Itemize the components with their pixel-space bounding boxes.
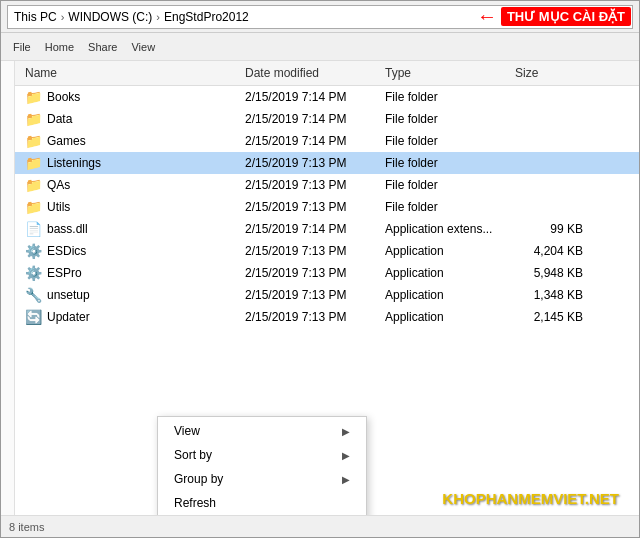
- toolbar: File Home Share View: [1, 33, 639, 61]
- file-name: 📁 Data: [21, 110, 241, 128]
- submenu-arrow-icon: ▶: [342, 474, 350, 485]
- file-size: [511, 140, 591, 142]
- file-name-text: ESDics: [47, 244, 86, 258]
- table-row[interactable]: 📁 QAs 2/15/2019 7:13 PM File folder: [15, 174, 639, 196]
- file-name: 📁 Listenings: [21, 154, 241, 172]
- file-name-text: bass.dll: [47, 222, 88, 236]
- file-size: [511, 162, 591, 164]
- toolbar-home-btn[interactable]: Home: [39, 39, 80, 55]
- ctx-item-label: Group by: [174, 472, 223, 486]
- file-name: 📁 QAs: [21, 176, 241, 194]
- address-bar: This PC › WINDOWS (C:) › EngStdPro2012 ←…: [1, 1, 639, 33]
- file-date: 2/15/2019 7:14 PM: [241, 89, 381, 105]
- toolbar-view-btn[interactable]: View: [125, 39, 161, 55]
- file-name: ⚙️ ESPro: [21, 264, 241, 282]
- file-date: 2/15/2019 7:14 PM: [241, 111, 381, 127]
- file-name: 🔧 unsetup: [21, 286, 241, 304]
- file-type: Application: [381, 287, 511, 303]
- folder-icon: 📁: [25, 133, 41, 149]
- file-date: 2/15/2019 7:13 PM: [241, 199, 381, 215]
- submenu-arrow-icon: ▶: [342, 450, 350, 461]
- file-type: Application extens...: [381, 221, 511, 237]
- explorer-window: This PC › WINDOWS (C:) › EngStdPro2012 ←…: [0, 0, 640, 538]
- table-row[interactable]: 🔄 Updater 2/15/2019 7:13 PM Application …: [15, 306, 639, 328]
- file-date: 2/15/2019 7:13 PM: [241, 177, 381, 193]
- folder-icon: 📁: [25, 111, 41, 127]
- file-date: 2/15/2019 7:14 PM: [241, 133, 381, 149]
- file-size: 4,204 KB: [511, 243, 591, 259]
- file-name: 📁 Utils: [21, 198, 241, 216]
- context-menu-item-group-by[interactable]: Group by ▶: [158, 467, 366, 491]
- table-row[interactable]: 📁 Data 2/15/2019 7:14 PM File folder: [15, 108, 639, 130]
- breadcrumb-sep-1: ›: [61, 11, 65, 23]
- file-date: 2/15/2019 7:13 PM: [241, 155, 381, 171]
- context-menu-item-refresh[interactable]: Refresh: [158, 491, 366, 515]
- col-header-type[interactable]: Type: [381, 64, 511, 82]
- file-name-text: Listenings: [47, 156, 101, 170]
- table-row[interactable]: ⚙️ ESDics 2/15/2019 7:13 PM Application …: [15, 240, 639, 262]
- status-text: 8 items: [9, 521, 44, 533]
- file-date: 2/15/2019 7:13 PM: [241, 265, 381, 281]
- file-size: [511, 184, 591, 186]
- breadcrumb-sep-2: ›: [156, 11, 160, 23]
- file-name-text: Updater: [47, 310, 90, 324]
- submenu-arrow-icon: ▶: [342, 426, 350, 437]
- table-row[interactable]: ⚙️ ESPro 2/15/2019 7:13 PM Application 5…: [15, 262, 639, 284]
- file-name-text: unsetup: [47, 288, 90, 302]
- dll-icon: 📄: [25, 221, 41, 237]
- context-menu-item-sort-by[interactable]: Sort by ▶: [158, 443, 366, 467]
- toolbar-share-btn[interactable]: Share: [82, 39, 123, 55]
- table-row[interactable]: 📁 Books 2/15/2019 7:14 PM File folder: [15, 86, 639, 108]
- annotation-area: ← THƯ MỤC CÀI ĐẶT: [477, 5, 631, 28]
- file-size: 5,948 KB: [511, 265, 591, 281]
- updater-icon: 🔄: [25, 309, 41, 325]
- ctx-item-label: Sort by: [174, 448, 212, 462]
- folder-icon: 📁: [25, 199, 41, 215]
- folder-icon: 📁: [25, 177, 41, 193]
- file-name: 📁 Games: [21, 132, 241, 150]
- file-type: File folder: [381, 177, 511, 193]
- file-size: [511, 206, 591, 208]
- col-header-date[interactable]: Date modified: [241, 64, 381, 82]
- file-size: 99 KB: [511, 221, 591, 237]
- toolbar-file-btn[interactable]: File: [7, 39, 37, 55]
- file-name-text: QAs: [47, 178, 70, 192]
- ctx-item-label: Refresh: [174, 496, 216, 510]
- exe-icon: ⚙️: [25, 243, 41, 259]
- file-name-text: Data: [47, 112, 72, 126]
- file-name: ⚙️ ESDics: [21, 242, 241, 260]
- table-row[interactable]: 📁 Utils 2/15/2019 7:13 PM File folder: [15, 196, 639, 218]
- file-type: File folder: [381, 199, 511, 215]
- breadcrumb-engstd[interactable]: EngStdPro2012: [164, 10, 249, 24]
- content-area: Name Date modified Type Size 📁 Books 2/1…: [15, 61, 639, 515]
- annotation-arrow-icon: ←: [477, 5, 497, 28]
- file-type: Application: [381, 265, 511, 281]
- breadcrumb-this-pc[interactable]: This PC: [14, 10, 57, 24]
- table-row[interactable]: 📄 bass.dll 2/15/2019 7:14 PM Application…: [15, 218, 639, 240]
- file-type: Application: [381, 309, 511, 325]
- table-row[interactable]: 📁 Listenings 2/15/2019 7:13 PM File fold…: [15, 152, 639, 174]
- file-type: File folder: [381, 111, 511, 127]
- context-menu-item-view[interactable]: View ▶: [158, 419, 366, 443]
- breadcrumb-windows-c[interactable]: WINDOWS (C:): [68, 10, 152, 24]
- status-bar: 8 items: [1, 515, 639, 537]
- file-name: 📄 bass.dll: [21, 220, 241, 238]
- ctx-item-label: View: [174, 424, 200, 438]
- file-size: 1,348 KB: [511, 287, 591, 303]
- file-name: 📁 Books: [21, 88, 241, 106]
- file-name-text: Games: [47, 134, 86, 148]
- file-type: File folder: [381, 89, 511, 105]
- col-header-size[interactable]: Size: [511, 64, 591, 82]
- file-date: 2/15/2019 7:13 PM: [241, 243, 381, 259]
- annotation-label: THƯ MỤC CÀI ĐẶT: [501, 7, 631, 26]
- file-name-text: Utils: [47, 200, 70, 214]
- folder-icon: 📁: [25, 89, 41, 105]
- file-size: [511, 118, 591, 120]
- unsetup-icon: 🔧: [25, 287, 41, 303]
- table-row[interactable]: 📁 Games 2/15/2019 7:14 PM File folder: [15, 130, 639, 152]
- table-row[interactable]: 🔧 unsetup 2/15/2019 7:13 PM Application …: [15, 284, 639, 306]
- file-date: 2/15/2019 7:13 PM: [241, 309, 381, 325]
- folder-icon: 📁: [25, 155, 41, 171]
- col-header-name[interactable]: Name: [21, 64, 241, 82]
- context-menu: View ▶ Sort by ▶ Group by ▶ Refresh Cust…: [157, 416, 367, 515]
